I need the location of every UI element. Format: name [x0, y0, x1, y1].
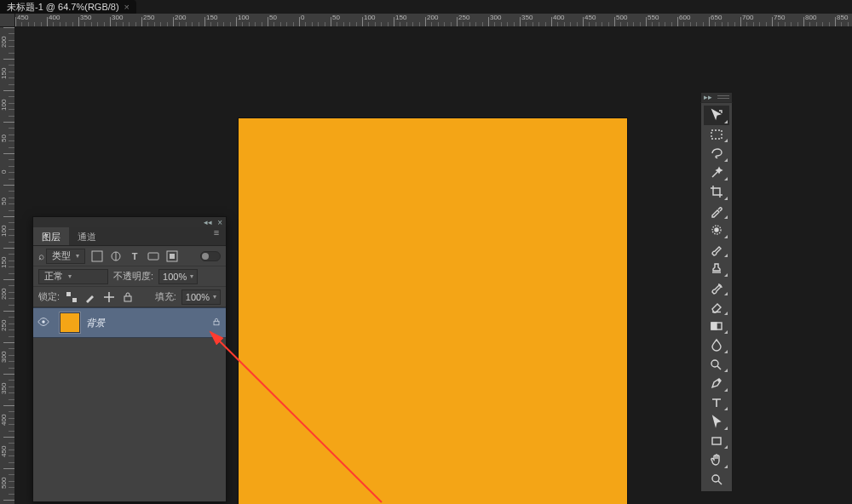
chevron-down-icon: ▾: [68, 272, 72, 280]
blend-mode-value: 正常: [44, 270, 63, 283]
filter-type-icon[interactable]: T: [128, 249, 141, 263]
close-panel-icon[interactable]: ×: [217, 218, 222, 227]
filter-toggle[interactable]: [200, 251, 221, 261]
lock-pixels-icon[interactable]: [65, 290, 78, 304]
blend-row: 正常 ▾ 不透明度: 100% ▾: [33, 266, 226, 287]
artboard[interactable]: [239, 118, 627, 504]
svg-point-17: [42, 320, 45, 324]
tools-panel: [700, 102, 733, 492]
lock-all-icon[interactable]: [121, 290, 135, 304]
lock-position-icon[interactable]: [102, 290, 116, 304]
layers-panel[interactable]: ◂◂ × 图层 通道 ≡ ⌕ 类型 ▾ T 正常 ▾ 不透明度: [32, 216, 227, 502]
submenu-indicator-icon: [724, 465, 728, 468]
layer-thumbnail[interactable]: [59, 312, 81, 334]
opacity-input[interactable]: 100% ▾: [158, 269, 198, 284]
lock-icon[interactable]: [207, 317, 226, 329]
submenu-indicator-icon: [724, 330, 728, 334]
svg-rect-14: [66, 292, 71, 296]
chevron-down-icon: ▾: [190, 270, 193, 284]
opacity-value: 100%: [163, 270, 187, 284]
submenu-indicator-icon: [724, 273, 728, 277]
chevron-down-icon: ▾: [76, 252, 79, 260]
chevron-down-icon: ▾: [213, 290, 216, 304]
document-title: 未标题-1 @ 64.7%(RGB/8): [7, 2, 119, 12]
submenu-indicator-icon: [724, 445, 728, 449]
svg-rect-4: [711, 323, 717, 329]
svg-rect-13: [170, 254, 175, 259]
submenu-indicator-icon: [724, 197, 728, 200]
panel-menu-icon[interactable]: ≡: [207, 227, 226, 245]
svg-rect-16: [124, 296, 131, 301]
lock-label: 锁定:: [38, 290, 60, 303]
svg-rect-0: [711, 130, 722, 139]
ruler-vertical[interactable]: 2001501005005010015020025030035040045050…: [0, 27, 15, 504]
lock-brush-icon[interactable]: [83, 290, 97, 304]
grip-icon: [717, 95, 729, 100]
layer-filter-row: ⌕ 类型 ▾ T: [33, 246, 226, 266]
layers-panel-titlebar[interactable]: ◂◂ ×: [33, 217, 226, 227]
tab-channels[interactable]: 通道: [69, 227, 105, 245]
svg-rect-15: [72, 298, 77, 302]
fill-input[interactable]: 100% ▾: [181, 289, 221, 305]
submenu-indicator-icon: [724, 350, 728, 353]
fill-label: 填充:: [155, 290, 176, 303]
ruler-origin[interactable]: [0, 14, 15, 27]
search-icon: ⌕: [38, 250, 44, 262]
filter-shape-icon[interactable]: [147, 249, 160, 263]
filter-adjust-icon[interactable]: [109, 249, 123, 263]
submenu-indicator-icon: [724, 427, 728, 430]
tool-zoom[interactable]: [704, 470, 729, 490]
layer-row[interactable]: 背景: [33, 307, 226, 338]
layer-list: 背景: [33, 307, 226, 338]
document-tab[interactable]: 未标题-1 @ 64.7%(RGB/8) ×: [0, 0, 136, 14]
submenu-indicator-icon: [724, 312, 728, 315]
opacity-label: 不透明度:: [113, 270, 153, 283]
filter-smart-icon[interactable]: [165, 249, 179, 263]
tab-layers[interactable]: 图层: [33, 227, 69, 245]
fill-value: 100%: [186, 290, 210, 304]
submenu-indicator-icon: [724, 292, 728, 295]
svg-rect-11: [148, 253, 158, 260]
svg-point-6: [718, 380, 720, 381]
svg-point-2: [715, 228, 718, 232]
collapse-tools-icon[interactable]: ▸▸: [704, 94, 712, 101]
visibility-icon[interactable]: [33, 316, 54, 329]
lock-row: 锁定: 填充: 100% ▾: [33, 287, 226, 307]
svg-rect-7: [712, 438, 721, 444]
svg-rect-18: [214, 321, 219, 325]
filter-kind-value: 类型: [52, 249, 71, 262]
blend-mode-dropdown[interactable]: 正常 ▾: [38, 269, 108, 284]
layer-name[interactable]: 背景: [86, 317, 207, 329]
svg-rect-9: [92, 251, 102, 261]
submenu-indicator-icon: [724, 235, 728, 238]
collapse-panel-icon[interactable]: ◂◂: [204, 218, 212, 226]
layers-panel-tabs: 图层 通道 ≡: [33, 227, 226, 246]
svg-point-5: [711, 360, 718, 367]
ruler-horizontal[interactable]: 4504003503002502001501005005010015020025…: [15, 14, 852, 27]
submenu-indicator-icon: [724, 139, 728, 142]
submenu-indicator-icon: [724, 177, 728, 180]
submenu-indicator-icon: [724, 158, 728, 162]
filter-kind-dropdown[interactable]: 类型 ▾: [46, 249, 85, 264]
submenu-indicator-icon: [724, 120, 728, 123]
tools-panel-header[interactable]: ▸▸: [700, 92, 733, 102]
filter-pixel-icon[interactable]: [90, 249, 104, 263]
submenu-indicator-icon: [724, 388, 728, 392]
svg-point-8: [712, 475, 719, 482]
close-document-icon[interactable]: ×: [124, 0, 130, 14]
app-root: 未标题-1 @ 64.7%(RGB/8) × 45040035030025020…: [0, 0, 852, 504]
submenu-indicator-icon: [724, 369, 728, 372]
submenu-indicator-icon: [724, 254, 728, 257]
submenu-indicator-icon: [724, 407, 728, 410]
submenu-indicator-icon: [724, 215, 728, 219]
